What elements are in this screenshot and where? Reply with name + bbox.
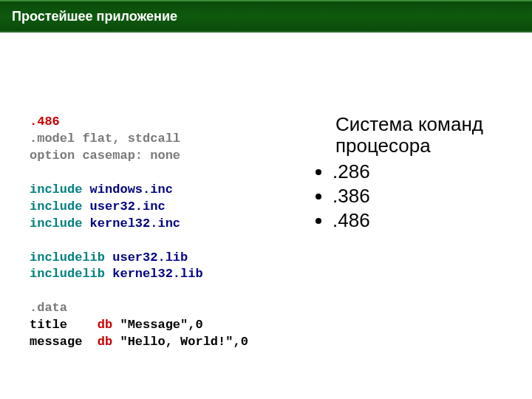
code-block: .486 .model flat, stdcall option casemap… bbox=[30, 114, 303, 351]
code-token: include bbox=[30, 200, 82, 214]
right-heading: Система команд процесора bbox=[310, 114, 510, 156]
code-token: include bbox=[30, 183, 82, 197]
code-token: windows.inc bbox=[82, 183, 172, 197]
slide-title: Простейшее приложение bbox=[12, 9, 520, 24]
code-token: include bbox=[30, 216, 82, 231]
code-token: message bbox=[30, 335, 82, 349]
list-item: .286 bbox=[332, 160, 510, 183]
code-token: flat, stdcall bbox=[75, 132, 180, 146]
code-token: kernel32.inc bbox=[82, 216, 180, 231]
bullet-list: .286 .386 .486 bbox=[310, 160, 510, 232]
code-token: includelib bbox=[30, 267, 105, 281]
code-token: kernel32.lib bbox=[105, 267, 203, 281]
code-token: includelib bbox=[30, 250, 105, 265]
code-token: user32.inc bbox=[82, 200, 165, 214]
slide-header: Простейшее приложение bbox=[0, 0, 532, 33]
code-token: title bbox=[30, 318, 67, 332]
code-token: db bbox=[98, 318, 112, 332]
list-item: .386 bbox=[332, 185, 510, 208]
code-token: casemap: none bbox=[75, 149, 180, 163]
code-token: .486 bbox=[30, 115, 60, 129]
code-token: "Hello, World!",0 bbox=[112, 335, 248, 349]
code-token: user32.lib bbox=[105, 250, 188, 265]
code-token: db bbox=[98, 335, 112, 349]
list-item: .486 bbox=[332, 209, 510, 232]
code-token: "Message",0 bbox=[112, 318, 202, 332]
code-token: option bbox=[30, 149, 75, 163]
slide-content: .486 .model flat, stdcall option casemap… bbox=[0, 33, 532, 351]
code-token: .model bbox=[30, 132, 75, 146]
right-panel: Система команд процесора .286 .386 .486 bbox=[303, 114, 510, 351]
code-token: .data bbox=[30, 301, 67, 315]
